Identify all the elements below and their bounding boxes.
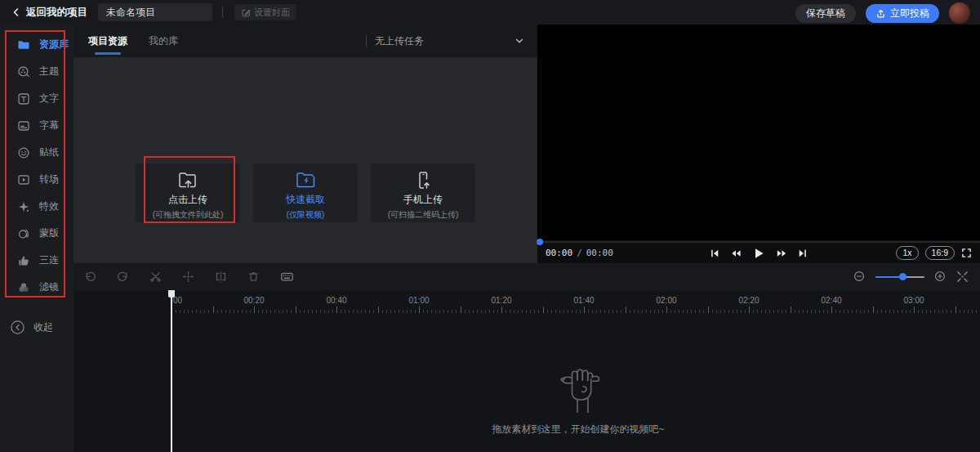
- ruler-tick: [815, 310, 816, 313]
- ruler-tick: [456, 310, 457, 313]
- chevron-down-icon[interactable]: [514, 36, 524, 46]
- speed-button[interactable]: 1x: [896, 246, 918, 260]
- timeline[interactable]: 00 00:20 00:40 01:00 01:20 01:40 02:00 0…: [74, 290, 980, 452]
- ruler-tick: [336, 307, 337, 313]
- ruler-tick: [860, 310, 861, 313]
- back-button[interactable]: 返回我的项目: [11, 6, 87, 20]
- ruler-tick: [262, 310, 263, 313]
- position-icon[interactable]: [182, 271, 194, 283]
- tab-project-resources[interactable]: 项目资源: [88, 25, 127, 57]
- ruler-tick: [184, 310, 185, 313]
- set-cover-button[interactable]: 设置封面: [234, 4, 296, 20]
- ruler-tick: [341, 310, 341, 313]
- divider: [222, 7, 223, 18]
- delete-icon[interactable]: [247, 271, 260, 283]
- ruler-tick: [617, 310, 617, 313]
- zoom-in-icon[interactable]: [934, 271, 947, 283]
- ruler-tick: [968, 310, 969, 313]
- sidebar-item-subtitle[interactable]: 字幕: [0, 112, 74, 139]
- ruler-tick: [733, 310, 733, 313]
- sidebar-item-text[interactable]: 文字: [0, 85, 74, 112]
- ruler-tick: [679, 310, 679, 313]
- save-draft-button[interactable]: 保存草稿: [795, 4, 856, 23]
- aspect-ratio-button[interactable]: 16:9: [925, 246, 955, 260]
- fit-timeline-icon[interactable]: [956, 271, 969, 283]
- quick-capture-card[interactable]: 快速截取 (仅限视频): [253, 163, 358, 222]
- ruler-tick: [435, 310, 436, 313]
- ruler-tick: [737, 310, 737, 313]
- ruler-tick: [819, 310, 820, 313]
- zoom-out-icon[interactable]: [853, 271, 866, 283]
- play-icon[interactable]: [752, 247, 765, 260]
- shortcut-keys-icon[interactable]: [280, 271, 294, 283]
- ruler-tick: [827, 310, 828, 313]
- ruler-tick: [604, 310, 605, 313]
- card-subtitle: (可扫描二维码上传): [388, 209, 459, 221]
- redo-icon[interactable]: [117, 271, 129, 283]
- ruler-tick: [559, 310, 560, 313]
- sidebar-item-filter[interactable]: 滤镜: [0, 274, 74, 301]
- playhead[interactable]: [165, 290, 178, 452]
- publish-button[interactable]: 立即投稿: [866, 4, 939, 23]
- collapse-sidebar-button[interactable]: 收起: [0, 314, 74, 341]
- timeline-zoom-slider[interactable]: [875, 276, 924, 278]
- fast-forward-icon[interactable]: [776, 248, 787, 258]
- tab-my-library[interactable]: 我的库: [149, 25, 178, 57]
- split-icon[interactable]: [149, 271, 162, 283]
- subtitle-icon: [17, 119, 30, 132]
- phone-upload-card[interactable]: 手机上传 (可扫描二维码上传): [371, 163, 475, 222]
- ruler-label: 00: [173, 296, 182, 305]
- divider: [366, 35, 367, 47]
- ruler-tick: [431, 310, 432, 313]
- sidebar-item-sticker[interactable]: 贴纸: [0, 139, 74, 166]
- ruler-tick: [773, 310, 774, 313]
- ruler-tick: [881, 310, 882, 313]
- rewind-icon[interactable]: [730, 248, 742, 258]
- ruler-tick: [852, 310, 853, 313]
- ruler-tick: [320, 310, 321, 313]
- ruler-tick: [691, 310, 692, 313]
- undo-icon[interactable]: [84, 271, 96, 283]
- sidebar-item-label: 转场: [39, 172, 59, 186]
- sidebar-item-resource-library[interactable]: 资源库: [0, 31, 74, 58]
- timeline-empty-state: 拖放素材到这里，开始创建你的视频吧~: [492, 365, 664, 436]
- ruler-label: 02:40: [821, 296, 841, 305]
- ruler-tick: [316, 310, 317, 313]
- player-right-controls: 1x 16:9: [896, 246, 972, 260]
- ruler-tick: [365, 310, 366, 313]
- like-icon: [17, 254, 30, 267]
- video-canvas[interactable]: [537, 25, 980, 240]
- sidebar-item-triple-like[interactable]: 三连: [0, 247, 74, 274]
- sidebar-item-mask[interactable]: 蒙版: [0, 220, 74, 247]
- skip-start-icon[interactable]: [710, 248, 719, 258]
- ruler-tick: [514, 310, 514, 313]
- tab-label: 项目资源: [88, 34, 127, 48]
- skip-end-icon[interactable]: [798, 248, 808, 258]
- project-name-input[interactable]: [98, 3, 212, 21]
- folder-icon: [17, 38, 30, 51]
- ruler-tick: [765, 310, 766, 313]
- ruler-tick: [390, 310, 391, 313]
- playhead-handle[interactable]: [168, 290, 175, 298]
- sidebar-item-label: 滤镜: [39, 280, 59, 294]
- mirror-icon[interactable]: [215, 271, 227, 283]
- sidebar-item-effects[interactable]: 特效: [0, 193, 74, 220]
- sidebar-item-label: 资源库: [39, 38, 69, 51]
- ruler-tick: [411, 310, 412, 313]
- click-upload-card[interactable]: 点击上传 (可拖拽文件到此处): [136, 163, 240, 222]
- ruler-tick: [720, 310, 721, 313]
- ruler-tick: [497, 310, 498, 313]
- slider-handle[interactable]: [899, 273, 906, 280]
- sidebar-item-theme[interactable]: 主题: [0, 58, 74, 85]
- ruler-tick: [910, 310, 911, 313]
- ruler-tick: [572, 310, 572, 313]
- ruler-tick: [584, 307, 585, 313]
- ruler-tick: [600, 310, 601, 313]
- ruler-tick: [662, 310, 663, 313]
- sidebar-item-transition[interactable]: 转场: [0, 166, 74, 193]
- fullscreen-icon[interactable]: [961, 248, 972, 258]
- ruler-tick: [419, 307, 420, 313]
- ruler-tick: [592, 310, 593, 313]
- ruler-tick: [708, 307, 709, 313]
- avatar[interactable]: [949, 2, 970, 24]
